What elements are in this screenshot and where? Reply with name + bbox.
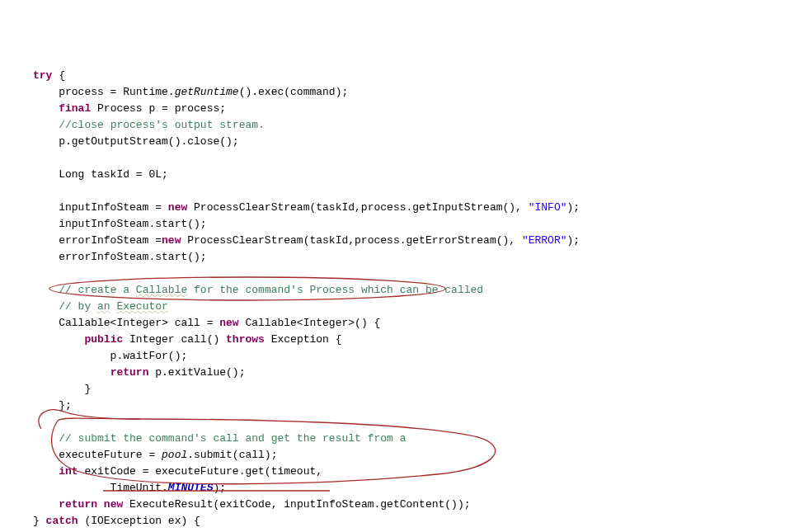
keyword-public: public bbox=[84, 333, 123, 346]
keyword-throws: throws bbox=[226, 333, 265, 346]
code-line: errorInfoSteam = bbox=[33, 234, 162, 247]
string-literal: "ERROR" bbox=[522, 234, 567, 247]
keyword-new: new bbox=[168, 201, 187, 214]
code-line: inputInfoSteam = bbox=[33, 201, 168, 214]
code-line: Long taskId = 0L; bbox=[33, 168, 168, 181]
keyword-new: new bbox=[104, 498, 123, 511]
code-block: try { process = Runtime.getRuntime().exe… bbox=[33, 68, 799, 532]
keyword-return: return bbox=[110, 366, 149, 379]
comment: // submit the command's call and get the… bbox=[59, 432, 406, 445]
code-line: executeFuture = bbox=[33, 449, 162, 461]
code-line: } bbox=[33, 515, 46, 527]
code-line: p.waitFor(); bbox=[33, 350, 187, 362]
code-line: errorInfoSteam.start(); bbox=[33, 251, 207, 263]
keyword-final: final bbox=[59, 102, 91, 115]
keyword-int: int bbox=[59, 465, 78, 478]
keyword-try: try bbox=[33, 69, 52, 82]
constant-minutes: MINUTES bbox=[168, 482, 214, 494]
code-line: inputInfoSteam.start(); bbox=[33, 218, 207, 230]
keyword-catch: catch bbox=[46, 515, 78, 527]
field-pool: pool bbox=[162, 449, 187, 461]
code-line: } bbox=[33, 383, 91, 395]
keyword-new: new bbox=[219, 317, 238, 329]
comment: // by an Executor bbox=[59, 300, 168, 313]
code-line: TimeUnit. bbox=[33, 482, 168, 494]
code-line: p.getOutputStream().close(); bbox=[33, 135, 239, 148]
comment: // create a Callable for the command's P… bbox=[59, 284, 483, 296]
code-line: }; bbox=[33, 399, 72, 412]
method-getRuntime: getRuntime bbox=[175, 86, 239, 98]
string-literal: "INFO" bbox=[529, 201, 567, 214]
keyword-return: return bbox=[59, 498, 97, 511]
comment: //close process's output stream. bbox=[59, 119, 265, 131]
keyword-new: new bbox=[162, 234, 181, 247]
code-line: process = Runtime. bbox=[33, 86, 175, 98]
code-line: Callable<Integer> call = bbox=[33, 317, 219, 329]
